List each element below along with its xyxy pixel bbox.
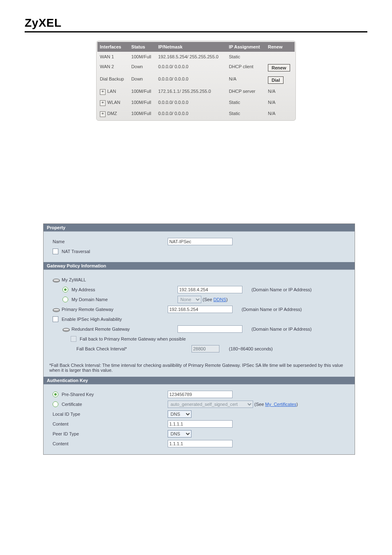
expand-button[interactable]: + <box>100 89 106 95</box>
enable-ipsec-ha-checkbox[interactable] <box>53 316 58 322</box>
interface-cell: +LAN <box>97 86 129 97</box>
interface-name: DMZ <box>107 111 117 116</box>
renew-button[interactable]: Renew <box>268 64 290 71</box>
ipnetmask-cell: 0.0.0.0/ 0.0.0.0 <box>156 108 226 120</box>
name-label: Name <box>53 239 65 244</box>
fallback-label: Fall back to Primary Remote Gateway when… <box>80 336 186 341</box>
ipassignment-cell: Static <box>226 108 265 120</box>
status-cell: 100M/Full <box>129 97 156 108</box>
peer-id-type-select[interactable]: DNS <box>168 430 191 438</box>
table-row: +WLAN100M/Full0.0.0.0/ 0.0.0.0StaticN/A <box>97 97 295 108</box>
status-cell: Down <box>129 62 156 74</box>
my-address-radio[interactable] <box>62 287 68 292</box>
ipnetmask-cell: 192.168.5.254/ 255.255.255.0 <box>156 52 226 62</box>
certificate-select: auto_generated_self_signed_cert <box>168 401 253 408</box>
interface-cell: WAN 1 <box>97 52 129 62</box>
my-address-label: My Address <box>71 287 95 292</box>
psk-label: Pre-Shared Key <box>62 392 94 397</box>
ipassignment-cell: N/A <box>226 74 265 86</box>
svg-point-1 <box>53 279 60 281</box>
ipassignment-cell: DHCP server <box>226 86 265 97</box>
dial-button[interactable]: Dial <box>268 76 284 84</box>
my-address-input[interactable] <box>178 286 242 293</box>
interface-cell: +DMZ <box>97 108 129 120</box>
ipassignment-cell: Static <box>226 97 265 108</box>
table-row: WAN 2Down0.0.0.0/ 0.0.0.0DHCP clientRene… <box>97 62 295 74</box>
interfaces-table: Interfaces Status IP/Netmask IP Assignme… <box>97 42 295 120</box>
ipassignment-cell: DHCP client <box>226 62 265 74</box>
ipnetmask-cell: 172.16.1.1/ 255.255.255.0 <box>156 86 226 97</box>
my-address-hint: (Domain Name or IP Address) <box>247 287 350 292</box>
ipassignment-cell: Static <box>226 52 265 62</box>
table-row: Dial BackupDown0.0.0.0/ 0.0.0.0N/ADial <box>97 74 295 86</box>
interfaces-card: Interfaces Status IP/Netmask IP Assignme… <box>96 41 296 121</box>
interfaces-header-ipassignment: IP Assignment <box>226 42 265 52</box>
enable-ipsec-ha-label: Enable IPSec High Availability <box>62 317 122 322</box>
interface-cell: +WLAN <box>97 97 129 108</box>
status-cell: 100M/Full <box>129 108 156 120</box>
config-panel: Property Name NAT Traversal Gateway Poli… <box>43 223 355 455</box>
svg-point-3 <box>53 309 60 311</box>
brand-logo: ZyXEL <box>25 16 367 30</box>
svg-point-5 <box>63 328 69 331</box>
renew-cell: Renew <box>265 62 295 74</box>
nat-traversal-checkbox[interactable] <box>53 249 58 254</box>
ipnetmask-cell: 0.0.0.0/ 0.0.0.0 <box>156 62 226 74</box>
name-input[interactable] <box>168 238 233 245</box>
interface-name: WAN 2 <box>100 64 114 69</box>
peer-content-label: Content <box>53 441 69 446</box>
interface-name: LAN <box>107 89 116 94</box>
fallback-interval-input <box>191 345 219 352</box>
nat-traversal-label: NAT Traversal <box>62 249 90 254</box>
certificate-label: Certificate <box>62 402 82 407</box>
ipnetmask-cell: 0.0.0.0/ 0.0.0.0 <box>156 97 226 108</box>
interfaces-header-row: Interfaces Status IP/Netmask IP Assignme… <box>97 42 295 52</box>
remote-gateway-icon <box>53 306 60 312</box>
table-row: +LAN100M/Full172.16.1.1/ 255.255.255.0DH… <box>97 86 295 97</box>
redundant-gateway-icon <box>62 326 70 332</box>
renew-cell: N/A <box>265 86 295 97</box>
redundant-remote-gw-input[interactable] <box>178 325 242 333</box>
interface-cell: WAN 2 <box>97 62 129 74</box>
renew-cell: N/A <box>265 108 295 120</box>
fallback-footnote: *Fall Back Check Interval: The time inte… <box>44 359 355 377</box>
my-domain-name-radio[interactable] <box>62 297 68 302</box>
cert-hint-prefix: (See <box>254 402 265 407</box>
fallback-interval-label: Fall Back Check Interval* <box>76 346 127 351</box>
primary-remote-gw-label: Primary Remote Gateway <box>62 307 113 312</box>
psk-input[interactable] <box>168 391 233 398</box>
ddns-hint-suffix: ) <box>226 297 228 302</box>
renew-cell: N/A <box>265 97 295 108</box>
interface-name: WLAN <box>107 100 120 105</box>
status-cell: 100M/Full <box>129 52 156 62</box>
status-cell: Down <box>129 74 156 86</box>
my-zywall-label: My ZyWALL <box>62 277 86 282</box>
local-content-input[interactable] <box>168 420 233 428</box>
expand-button[interactable]: + <box>100 111 106 117</box>
redundant-remote-gw-label: Redundant Remote Gateway <box>71 327 130 332</box>
psk-radio[interactable] <box>53 391 58 397</box>
certificate-radio[interactable] <box>53 401 58 407</box>
my-certificates-link[interactable]: My_Certificates <box>265 402 296 407</box>
brand-rule <box>25 31 367 32</box>
expand-button[interactable]: + <box>100 100 106 106</box>
ddns-hint-prefix: (See <box>203 297 213 302</box>
ipnetmask-cell: 0.0.0.0/ 0.0.0.0 <box>156 74 226 86</box>
primary-remote-gw-input[interactable] <box>168 306 233 313</box>
peer-content-input[interactable] <box>168 440 233 447</box>
peer-id-type-label: Peer ID Type <box>53 431 79 436</box>
renew-cell <box>265 52 295 62</box>
interface-name: WAN 1 <box>100 54 114 59</box>
status-cell: 100M/Full <box>129 86 156 97</box>
my-domain-name-label: My Domain Name <box>71 297 108 302</box>
interface-name: Dial Backup <box>100 76 124 81</box>
interfaces-header-renew: Renew <box>265 42 295 52</box>
gateway-icon <box>53 277 60 283</box>
primary-remote-gw-hint: (Domain Name or IP Address) <box>238 307 350 312</box>
ddns-link[interactable]: DDNS <box>213 297 226 302</box>
fallback-interval-hint: (180~86400 seconds) <box>221 346 273 351</box>
interfaces-header-status: Status <box>129 42 156 52</box>
local-id-type-select[interactable]: DNS <box>168 410 191 418</box>
local-content-label: Content <box>53 421 69 426</box>
fallback-checkbox <box>71 336 76 342</box>
